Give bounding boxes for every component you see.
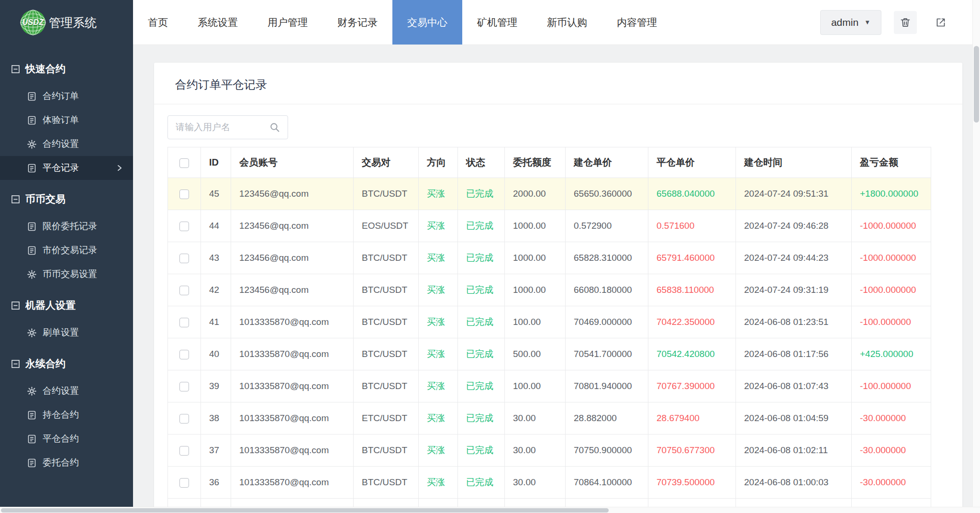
sidebar-item[interactable]: 平仓合约 [0,427,133,451]
cell-status: 已完成 [458,178,505,210]
cell-checkbox [168,370,201,402]
cell-open-time: 2024-06-08 01:00:03 [736,467,852,499]
table-body: 45123456@qq.comBTC/USDT买涨已完成2000.0065650… [168,178,931,513]
sidebar-section-header[interactable]: 币币交易 [0,180,133,214]
sidebar-item[interactable]: 限价委托记录 [0,214,133,238]
vertical-scrollbar-thumb[interactable] [974,46,979,123]
cell-close-price: 65688.040000 [648,178,736,210]
search-box [167,115,288,139]
globe-icon: USDZ [19,9,47,36]
sidebar-section-header[interactable]: 机器人设置 [0,286,133,321]
cell-open-price: 70864.100000 [566,467,648,499]
cell-open-time: 2024-07-24 09:44:23 [736,242,852,274]
cell-account: 123456@qq.com [231,178,354,210]
sidebar-item[interactable]: 合约设置 [0,132,133,156]
top-actions: admin ▼ [820,0,980,45]
cell-account: 1013335870@qq.com [231,435,354,467]
user-menu-button[interactable]: admin ▼ [820,10,881,35]
sidebar-item-label: 刷单设置 [43,326,79,339]
sidebar-item[interactable]: 合约设置 [0,379,133,403]
cell-open-price: 70469.000000 [566,306,648,338]
top-nav-item[interactable]: 矿机管理 [462,0,532,45]
page-title: 合约订单平仓记录 [175,78,267,91]
top-nav-item[interactable]: 财务记录 [323,0,392,45]
sidebar-item[interactable]: 平仓记录 [0,156,133,180]
records-table-wrap: ID会员账号交易对方向状态委托额度建仓单价平仓单价建仓时间盈亏金额 451234… [167,147,949,513]
cell-close-price: 0.571600 [648,210,736,242]
top-nav-item[interactable]: 系统设置 [183,0,253,45]
sidebar-item-label: 体验订单 [43,114,79,126]
cell-amount: 30.00 [505,435,566,467]
cell-direction: 买涨 [419,402,458,435]
sidebar-item[interactable]: 体验订单 [0,108,133,132]
top-nav-item[interactable]: 用户管理 [253,0,323,45]
horizontal-scrollbar-thumb[interactable] [1,508,609,513]
sidebar-section-header[interactable]: 快速合约 [0,50,133,84]
cell-pair: BTC/USDT [354,274,419,306]
sidebar-item-label: 合约设置 [43,385,79,397]
logout-button[interactable] [929,11,952,34]
row-checkbox[interactable] [179,350,189,359]
row-checkbox[interactable] [179,318,189,327]
select-all-checkbox[interactable] [179,158,189,168]
caret-down-icon: ▼ [864,19,870,26]
sidebar-item-label: 币币交易设置 [43,268,97,280]
cell-account: 1013335870@qq.com [231,338,354,370]
collapse-icon [11,195,20,203]
cell-open-price: 65828.310000 [566,242,648,274]
table-row: 411013335870@qq.comBTC/USDT买涨已完成100.0070… [168,306,931,338]
top-nav-item[interactable]: 内容管理 [602,0,672,45]
cell-direction: 买涨 [419,435,458,467]
row-checkbox[interactable] [179,382,189,391]
sidebar-item[interactable]: 刷单设置 [0,321,133,345]
row-checkbox[interactable] [179,222,189,231]
search-input[interactable] [176,122,265,133]
row-checkbox[interactable] [179,286,189,295]
sidebar-item-label: 平仓记录 [43,162,79,174]
gear-icon [27,328,36,337]
doc-icon [27,164,36,173]
cell-close-price: 65838.110000 [648,274,736,306]
cell-open-price: 70801.940000 [566,370,648,402]
cell-checkbox [168,178,201,210]
cell-close-price: 65791.460000 [648,242,736,274]
sidebar-item[interactable]: 市价交易记录 [0,238,133,262]
cell-open-time: 2024-06-08 01:02:11 [736,435,852,467]
row-checkbox[interactable] [179,190,189,199]
cell-open-price: 28.882000 [566,402,648,435]
top-nav-item[interactable]: 交易中心 [392,0,462,45]
cell-id: 37 [201,435,231,467]
cell-amount: 2000.00 [505,178,566,210]
search-button[interactable] [265,117,285,137]
sidebar-section-header[interactable]: 永续合约 [0,345,133,379]
sidebar-item[interactable]: 委托合约 [0,451,133,475]
top-nav-item[interactable]: 新币认购 [532,0,602,45]
cell-direction: 买涨 [419,242,458,274]
sidebar-item[interactable]: 持仓合约 [0,403,133,427]
sidebar: USDZ 管理系统 快速合约合约订单体验订单合约设置平仓记录币币交易限价委托记录… [0,0,133,513]
cell-id: 45 [201,178,231,210]
row-checkbox[interactable] [179,478,189,488]
cell-close-price: 70542.420800 [648,338,736,370]
doc-icon [27,458,36,468]
row-checkbox[interactable] [179,254,189,263]
sidebar-item[interactable]: 币币交易设置 [0,262,133,286]
cell-checkbox [168,467,201,499]
trash-button[interactable] [894,11,917,34]
collapse-icon [11,360,20,368]
gear-icon [27,270,36,279]
cell-pair: BTC/USDT [354,306,419,338]
cell-profit: -30.000000 [852,467,931,499]
row-checkbox[interactable] [179,414,189,424]
table-row: 381013335870@qq.comETC/USDT买涨已完成30.0028.… [168,402,931,435]
cell-direction: 买涨 [419,306,458,338]
cell-open-time: 2024-06-08 01:17:56 [736,338,852,370]
header-cell: 状态 [458,147,505,178]
row-checkbox[interactable] [179,446,189,456]
cell-amount: 100.00 [505,306,566,338]
cell-direction: 买涨 [419,274,458,306]
top-nav-item[interactable]: 首页 [133,0,183,45]
cell-pair: EOS/USDT [354,210,419,242]
cell-open-price: 0.572900 [566,210,648,242]
sidebar-item[interactable]: 合约订单 [0,84,133,108]
